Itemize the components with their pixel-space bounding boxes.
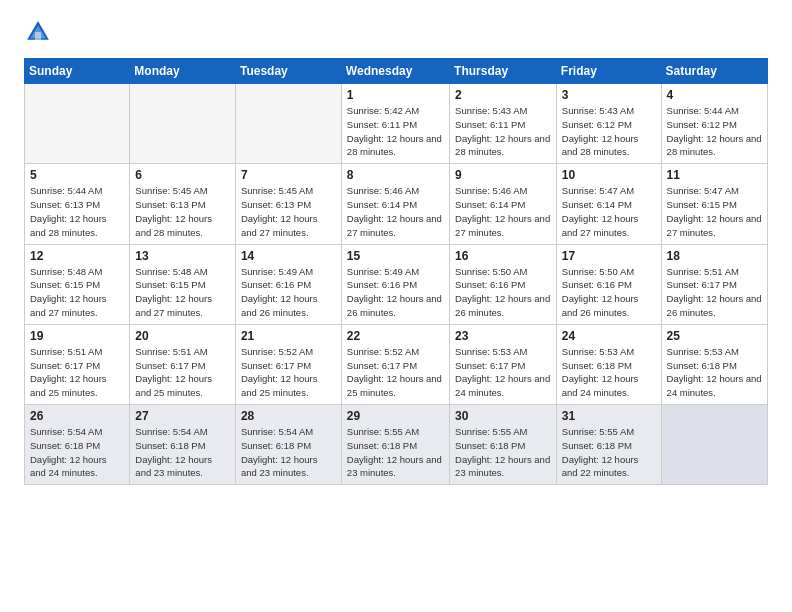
calendar-cell: 20 Sunrise: 5:51 AMSunset: 6:17 PMDaylig…	[130, 324, 236, 404]
week-row-1: 1 Sunrise: 5:42 AMSunset: 6:11 PMDayligh…	[25, 84, 768, 164]
calendar-cell: 17 Sunrise: 5:50 AMSunset: 6:16 PMDaylig…	[556, 244, 661, 324]
calendar-cell: 25 Sunrise: 5:53 AMSunset: 6:18 PMDaylig…	[661, 324, 767, 404]
calendar-cell: 3 Sunrise: 5:43 AMSunset: 6:12 PMDayligh…	[556, 84, 661, 164]
day-info: Sunrise: 5:54 AMSunset: 6:18 PMDaylight:…	[241, 426, 318, 478]
day-number: 7	[241, 168, 336, 182]
calendar-cell: 13 Sunrise: 5:48 AMSunset: 6:15 PMDaylig…	[130, 244, 236, 324]
day-info: Sunrise: 5:46 AMSunset: 6:14 PMDaylight:…	[347, 185, 442, 237]
day-number: 18	[667, 249, 762, 263]
calendar-cell: 2 Sunrise: 5:43 AMSunset: 6:11 PMDayligh…	[450, 84, 557, 164]
day-number: 5	[30, 168, 124, 182]
day-info: Sunrise: 5:55 AMSunset: 6:18 PMDaylight:…	[562, 426, 639, 478]
day-info: Sunrise: 5:43 AMSunset: 6:11 PMDaylight:…	[455, 105, 550, 157]
calendar-cell: 9 Sunrise: 5:46 AMSunset: 6:14 PMDayligh…	[450, 164, 557, 244]
day-info: Sunrise: 5:51 AMSunset: 6:17 PMDaylight:…	[667, 266, 762, 318]
day-info: Sunrise: 5:53 AMSunset: 6:18 PMDaylight:…	[667, 346, 762, 398]
day-number: 15	[347, 249, 444, 263]
calendar-cell: 19 Sunrise: 5:51 AMSunset: 6:17 PMDaylig…	[25, 324, 130, 404]
calendar-cell: 26 Sunrise: 5:54 AMSunset: 6:18 PMDaylig…	[25, 405, 130, 485]
calendar-cell	[130, 84, 236, 164]
day-info: Sunrise: 5:43 AMSunset: 6:12 PMDaylight:…	[562, 105, 639, 157]
calendar-cell: 5 Sunrise: 5:44 AMSunset: 6:13 PMDayligh…	[25, 164, 130, 244]
calendar-cell	[235, 84, 341, 164]
day-number: 12	[30, 249, 124, 263]
day-number: 17	[562, 249, 656, 263]
day-number: 13	[135, 249, 230, 263]
weekday-header-thursday: Thursday	[450, 59, 557, 84]
day-info: Sunrise: 5:44 AMSunset: 6:12 PMDaylight:…	[667, 105, 762, 157]
day-info: Sunrise: 5:49 AMSunset: 6:16 PMDaylight:…	[241, 266, 318, 318]
day-number: 27	[135, 409, 230, 423]
day-number: 20	[135, 329, 230, 343]
day-number: 22	[347, 329, 444, 343]
day-info: Sunrise: 5:50 AMSunset: 6:16 PMDaylight:…	[562, 266, 639, 318]
header	[24, 18, 768, 46]
week-row-2: 5 Sunrise: 5:44 AMSunset: 6:13 PMDayligh…	[25, 164, 768, 244]
calendar-cell: 16 Sunrise: 5:50 AMSunset: 6:16 PMDaylig…	[450, 244, 557, 324]
svg-rect-2	[35, 32, 41, 40]
day-info: Sunrise: 5:47 AMSunset: 6:14 PMDaylight:…	[562, 185, 639, 237]
calendar-cell: 27 Sunrise: 5:54 AMSunset: 6:18 PMDaylig…	[130, 405, 236, 485]
day-info: Sunrise: 5:52 AMSunset: 6:17 PMDaylight:…	[241, 346, 318, 398]
day-number: 29	[347, 409, 444, 423]
day-number: 1	[347, 88, 444, 102]
weekday-header-sunday: Sunday	[25, 59, 130, 84]
calendar-cell: 28 Sunrise: 5:54 AMSunset: 6:18 PMDaylig…	[235, 405, 341, 485]
day-info: Sunrise: 5:45 AMSunset: 6:13 PMDaylight:…	[241, 185, 318, 237]
day-info: Sunrise: 5:47 AMSunset: 6:15 PMDaylight:…	[667, 185, 762, 237]
week-row-5: 26 Sunrise: 5:54 AMSunset: 6:18 PMDaylig…	[25, 405, 768, 485]
day-info: Sunrise: 5:55 AMSunset: 6:18 PMDaylight:…	[347, 426, 442, 478]
day-info: Sunrise: 5:42 AMSunset: 6:11 PMDaylight:…	[347, 105, 442, 157]
calendar-cell: 15 Sunrise: 5:49 AMSunset: 6:16 PMDaylig…	[341, 244, 449, 324]
day-number: 11	[667, 168, 762, 182]
day-number: 31	[562, 409, 656, 423]
day-number: 21	[241, 329, 336, 343]
calendar-cell: 23 Sunrise: 5:53 AMSunset: 6:17 PMDaylig…	[450, 324, 557, 404]
day-number: 16	[455, 249, 551, 263]
calendar-cell: 4 Sunrise: 5:44 AMSunset: 6:12 PMDayligh…	[661, 84, 767, 164]
calendar-cell	[661, 405, 767, 485]
weekday-header-wednesday: Wednesday	[341, 59, 449, 84]
day-info: Sunrise: 5:49 AMSunset: 6:16 PMDaylight:…	[347, 266, 442, 318]
day-info: Sunrise: 5:44 AMSunset: 6:13 PMDaylight:…	[30, 185, 107, 237]
day-info: Sunrise: 5:48 AMSunset: 6:15 PMDaylight:…	[135, 266, 212, 318]
calendar-cell: 7 Sunrise: 5:45 AMSunset: 6:13 PMDayligh…	[235, 164, 341, 244]
day-number: 23	[455, 329, 551, 343]
calendar-page: SundayMondayTuesdayWednesdayThursdayFrid…	[0, 0, 792, 612]
day-number: 4	[667, 88, 762, 102]
calendar-cell: 18 Sunrise: 5:51 AMSunset: 6:17 PMDaylig…	[661, 244, 767, 324]
weekday-header-monday: Monday	[130, 59, 236, 84]
calendar-cell: 21 Sunrise: 5:52 AMSunset: 6:17 PMDaylig…	[235, 324, 341, 404]
week-row-3: 12 Sunrise: 5:48 AMSunset: 6:15 PMDaylig…	[25, 244, 768, 324]
day-info: Sunrise: 5:45 AMSunset: 6:13 PMDaylight:…	[135, 185, 212, 237]
calendar-table: SundayMondayTuesdayWednesdayThursdayFrid…	[24, 58, 768, 485]
day-number: 14	[241, 249, 336, 263]
logo-icon	[24, 18, 52, 46]
week-row-4: 19 Sunrise: 5:51 AMSunset: 6:17 PMDaylig…	[25, 324, 768, 404]
day-number: 25	[667, 329, 762, 343]
day-number: 10	[562, 168, 656, 182]
day-info: Sunrise: 5:55 AMSunset: 6:18 PMDaylight:…	[455, 426, 550, 478]
day-info: Sunrise: 5:48 AMSunset: 6:15 PMDaylight:…	[30, 266, 107, 318]
day-number: 3	[562, 88, 656, 102]
day-info: Sunrise: 5:46 AMSunset: 6:14 PMDaylight:…	[455, 185, 550, 237]
calendar-cell: 10 Sunrise: 5:47 AMSunset: 6:14 PMDaylig…	[556, 164, 661, 244]
calendar-cell: 14 Sunrise: 5:49 AMSunset: 6:16 PMDaylig…	[235, 244, 341, 324]
calendar-cell: 31 Sunrise: 5:55 AMSunset: 6:18 PMDaylig…	[556, 405, 661, 485]
day-number: 24	[562, 329, 656, 343]
day-info: Sunrise: 5:54 AMSunset: 6:18 PMDaylight:…	[30, 426, 107, 478]
weekday-header-saturday: Saturday	[661, 59, 767, 84]
day-info: Sunrise: 5:52 AMSunset: 6:17 PMDaylight:…	[347, 346, 442, 398]
calendar-cell: 6 Sunrise: 5:45 AMSunset: 6:13 PMDayligh…	[130, 164, 236, 244]
day-number: 30	[455, 409, 551, 423]
calendar-cell: 8 Sunrise: 5:46 AMSunset: 6:14 PMDayligh…	[341, 164, 449, 244]
calendar-cell: 29 Sunrise: 5:55 AMSunset: 6:18 PMDaylig…	[341, 405, 449, 485]
day-info: Sunrise: 5:54 AMSunset: 6:18 PMDaylight:…	[135, 426, 212, 478]
day-number: 28	[241, 409, 336, 423]
calendar-cell: 30 Sunrise: 5:55 AMSunset: 6:18 PMDaylig…	[450, 405, 557, 485]
calendar-cell: 1 Sunrise: 5:42 AMSunset: 6:11 PMDayligh…	[341, 84, 449, 164]
day-number: 19	[30, 329, 124, 343]
day-info: Sunrise: 5:53 AMSunset: 6:18 PMDaylight:…	[562, 346, 639, 398]
weekday-header-friday: Friday	[556, 59, 661, 84]
calendar-cell: 24 Sunrise: 5:53 AMSunset: 6:18 PMDaylig…	[556, 324, 661, 404]
